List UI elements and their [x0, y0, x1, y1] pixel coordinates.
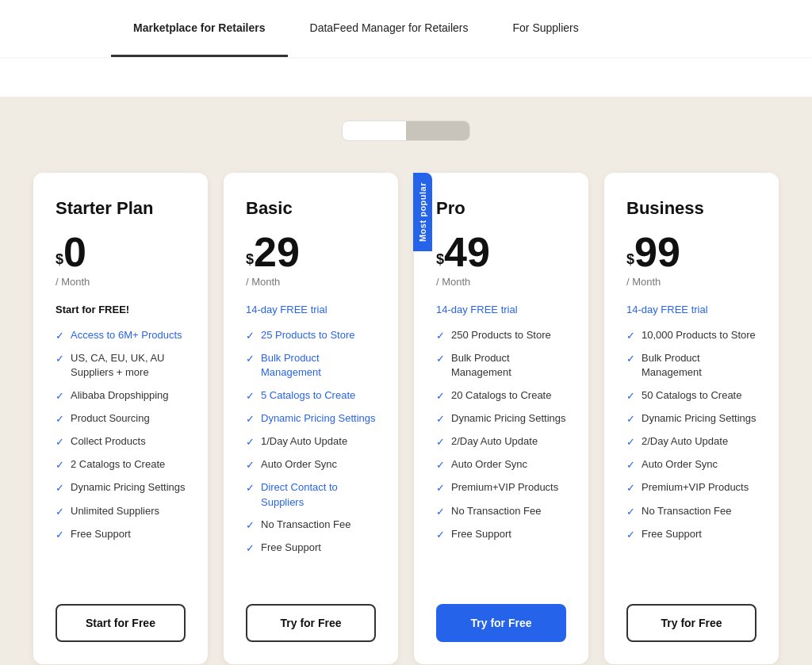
feature-text: Premium+VIP Products — [451, 480, 558, 495]
feature-item: ✓ No Transaction Fee — [626, 504, 756, 519]
feature-text: Product Sourcing — [71, 411, 150, 426]
billing-toggle-group — [342, 120, 470, 141]
check-icon: ✓ — [246, 458, 255, 472]
check-icon: ✓ — [246, 481, 255, 495]
check-icon: ✓ — [626, 505, 635, 519]
price-amount: 49 — [444, 231, 490, 273]
feature-list: ✓ 25 Products to Store ✓ Bulk Product Ma… — [246, 328, 376, 585]
feature-item: ✓ Free Support — [246, 541, 376, 556]
check-icon: ✓ — [56, 435, 64, 449]
trial-text: 14-day FREE trial — [626, 304, 756, 315]
cta-button[interactable]: Start for Free — [56, 604, 186, 642]
feature-text: Free Support — [642, 527, 702, 541]
feature-item: ✓ Alibaba Dropshipping — [56, 388, 186, 403]
feature-text: Free Support — [71, 527, 131, 541]
feature-text: No Transaction Fee — [451, 504, 541, 518]
check-icon: ✓ — [626, 352, 635, 366]
feature-item: ✓ US, CA, EU, UK, AU Suppliers + more — [56, 351, 186, 380]
feature-text: Auto Order Sync — [642, 457, 718, 472]
feature-item: ✓ Unlimited Suppliers — [56, 504, 186, 519]
plan-name: Starter Plan — [56, 198, 186, 219]
feature-item: ✓ Free Support — [436, 527, 566, 542]
feature-text: Bulk Product Management — [451, 351, 566, 380]
check-icon: ✓ — [246, 541, 255, 556]
check-icon: ✓ — [436, 458, 445, 472]
feature-text: 20 Catalogs to Create — [451, 388, 551, 403]
feature-item: ✓ Auto Order Sync — [626, 457, 756, 472]
check-icon: ✓ — [626, 389, 635, 403]
feature-item: ✓ 2/Day Auto Update — [436, 434, 566, 449]
feature-text: Free Support — [451, 527, 511, 541]
feature-list: ✓ 10,000 Products to Store ✓ Bulk Produc… — [626, 328, 756, 585]
feature-item: ✓ Free Support — [626, 527, 756, 542]
feature-text: Alibaba Dropshipping — [71, 388, 169, 403]
feature-text: 50 Catalogs to Create — [642, 388, 741, 403]
check-icon: ✓ — [626, 481, 635, 495]
nav-item-datafeed-manager-for-retailers[interactable]: DataFeed Manager for Retailers — [288, 0, 491, 57]
check-icon: ✓ — [56, 481, 64, 495]
pricing-card-pro: Most popularPro $ 49 / Month14-day FREE … — [414, 173, 588, 664]
annually-toggle[interactable] — [406, 121, 469, 140]
trial-text: Start for FREE! — [56, 304, 186, 315]
check-icon: ✓ — [626, 412, 635, 426]
price-container: $ 29 — [246, 231, 376, 273]
cta-button[interactable]: Try for Free — [246, 604, 376, 642]
check-icon: ✓ — [56, 458, 64, 472]
feature-text: Premium+VIP Products — [642, 480, 749, 495]
check-icon: ✓ — [436, 412, 445, 426]
nav-item-marketplace-for-retailers[interactable]: Marketplace for Retailers — [111, 0, 288, 57]
cta-button[interactable]: Try for Free — [436, 604, 566, 642]
feature-item: ✓ Dynamic Pricing Settings — [626, 411, 756, 426]
feature-text: 2/Day Auto Update — [642, 434, 728, 449]
check-icon: ✓ — [436, 528, 445, 542]
check-icon: ✓ — [626, 528, 635, 542]
feature-item: ✓ Bulk Product Management — [626, 351, 756, 380]
feature-text: Direct Contact to Suppliers — [261, 480, 376, 509]
feature-item: ✓ No Transaction Fee — [436, 504, 566, 519]
feature-item: ✓ No Transaction Fee — [246, 518, 376, 533]
trial-text: 14-day FREE trial — [246, 304, 376, 315]
check-icon: ✓ — [246, 352, 255, 366]
check-icon: ✓ — [56, 505, 64, 519]
feature-item: ✓ 250 Products to Store — [436, 328, 566, 343]
check-icon: ✓ — [436, 389, 445, 403]
feature-item: ✓ Bulk Product Management — [436, 351, 566, 380]
price-currency: $ — [436, 252, 444, 266]
check-icon: ✓ — [436, 435, 445, 449]
plan-name: Basic — [246, 198, 376, 219]
feature-text: No Transaction Fee — [261, 518, 350, 532]
feature-item: ✓ Collect Products — [56, 434, 186, 449]
feature-item: ✓ Dynamic Pricing Settings — [56, 480, 186, 495]
check-icon: ✓ — [436, 505, 445, 519]
feature-text: Unlimited Suppliers — [71, 504, 159, 518]
check-icon: ✓ — [436, 481, 445, 495]
feature-item: ✓ 25 Products to Store — [246, 328, 376, 343]
check-icon: ✓ — [246, 412, 255, 426]
feature-text: Bulk Product Management — [642, 351, 756, 380]
feature-item: ✓ Premium+VIP Products — [626, 480, 756, 495]
pricing-cards: Starter Plan $ 0 / MonthStart for FREE! … — [32, 173, 780, 664]
feature-text: 250 Products to Store — [451, 328, 551, 342]
feature-text: Dynamic Pricing Settings — [642, 411, 756, 426]
feature-text: 25 Products to Store — [261, 328, 355, 342]
check-icon: ✓ — [246, 389, 255, 403]
check-icon: ✓ — [56, 412, 64, 426]
feature-item: ✓ Auto Order Sync — [246, 457, 376, 472]
feature-text: Dynamic Pricing Settings — [71, 480, 186, 495]
check-icon: ✓ — [56, 528, 64, 542]
feature-text: 1/Day Auto Update — [261, 434, 347, 449]
monthly-toggle[interactable] — [343, 121, 406, 140]
check-icon: ✓ — [246, 329, 255, 343]
cta-button[interactable]: Try for Free — [626, 604, 756, 642]
nav-item-for-suppliers[interactable]: For Suppliers — [491, 0, 601, 57]
check-icon: ✓ — [436, 329, 445, 343]
price-amount: 29 — [254, 231, 300, 273]
feature-text: Auto Order Sync — [261, 457, 337, 472]
pricing-card-starter-plan: Starter Plan $ 0 / MonthStart for FREE! … — [33, 173, 208, 664]
feature-list: ✓ 250 Products to Store ✓ Bulk Product M… — [436, 328, 566, 585]
feature-text: Bulk Product Management — [261, 351, 376, 380]
check-icon: ✓ — [626, 458, 635, 472]
feature-item: ✓ 20 Catalogs to Create — [436, 388, 566, 403]
price-currency: $ — [626, 252, 634, 266]
header: Marketplace for RetailersDataFeed Manage… — [0, 0, 812, 57]
